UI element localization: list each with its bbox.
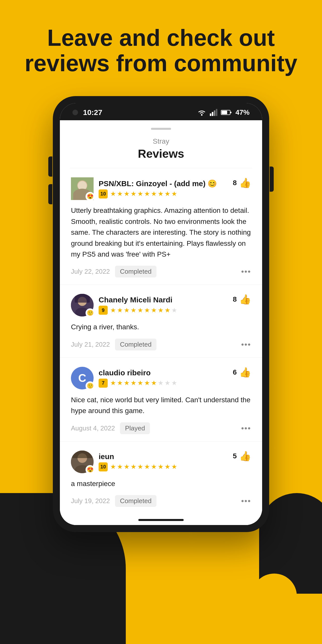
score-badge: 7 [99,379,108,388]
battery-percent: 47% [235,108,250,116]
rating-row: 10 ★ ★ ★ ★ ★ ★ ★ ★ [99,462,233,471]
home-bar [138,519,184,521]
rating-row: 10 ★ ★ ★ ★ ★ ★ ★ ★ [99,189,233,198]
review-text: Crying a river, thanks. [71,321,251,332]
reviewer-info: 😍 ieun 10 ★ ★ ★ ★ [71,451,233,473]
more-options-button[interactable]: ••• [241,267,251,276]
review-header: C 🙂 claudio ribeiro 7 ★ ★ [71,367,251,389]
review-footer: July 22, 2022 Completed ••• [71,266,251,277]
thumbs-up-icon: 👍 [239,367,251,378]
review-date: July 22, 2022 [71,268,110,275]
phone-screen: 10:27 [60,103,262,525]
svg-rect-3 [214,110,215,116]
review-text: a masterpiece [71,478,251,489]
review-date: August 4, 2022 [71,424,115,432]
like-button[interactable]: 5 👍 [233,451,251,462]
review-text: Utterly breathtaking graphics. Amazing a… [71,205,251,260]
like-count: 6 [233,368,237,376]
like-count: 8 [233,179,237,187]
like-button[interactable]: 6 👍 [233,367,251,378]
phone-frame: 10:27 [53,96,269,532]
reviewer-details: PSN/XBL: Ginzoyel - (add me) 😊 10 ★ ★ ★ … [99,179,233,198]
svg-rect-1 [210,113,211,116]
review-meta: July 19, 2022 Completed [71,495,156,507]
score-badge: 10 [99,189,108,198]
page-headline: Leave and check out reviews from communi… [0,0,322,91]
reviewer-details: ieun 10 ★ ★ ★ ★ ★ ★ [99,452,233,471]
reviewer-name: ieun [99,452,233,461]
like-count: 5 [233,452,237,460]
review-header: 😍 PSN/XBL: Ginzoyel - (add me) 😊 10 ★ ★ [71,177,251,200]
more-options-button[interactable]: ••• [241,496,251,506]
more-options-button[interactable]: ••• [241,340,251,349]
review-date: July 19, 2022 [71,497,110,505]
more-options-button[interactable]: ••• [241,424,251,433]
svg-point-0 [201,114,203,116]
reviewer-details: Chanely Miceli Nardi 9 ★ ★ ★ ★ ★ [99,296,233,315]
review-header: 🙂 Chanely Miceli Nardi 9 ★ ★ ★ [71,294,251,316]
score-badge: 9 [99,306,108,315]
review-card: C 🙂 claudio ribeiro 7 ★ ★ [60,358,262,441]
review-footer: August 4, 2022 Played ••• [71,422,251,434]
review-date: July 21, 2022 [71,341,110,348]
svg-rect-18 [72,451,92,458]
rating-row: 7 ★ ★ ★ ★ ★ ★ ★ ★ [99,379,233,388]
review-card: 😍 ieun 10 ★ ★ ★ ★ [60,441,262,514]
review-footer: July 19, 2022 Completed ••• [71,495,251,507]
like-button[interactable]: 8 👍 [233,177,251,188]
thumbs-up-icon: 👍 [239,294,251,305]
review-meta: August 4, 2022 Played [71,422,150,434]
reviewer-name: claudio ribeiro [99,369,233,377]
stars: ★ ★ ★ ★ ★ ★ ★ ★ ★ ★ [110,463,177,471]
avatar-wrapper: 🙂 [71,294,94,316]
user-badge: 😍 [86,465,95,474]
stars: ★ ★ ★ ★ ★ ★ ★ ★ ★ ★ [110,379,177,387]
status-tag: Played [120,422,150,434]
svg-point-11 [78,181,86,189]
reviewer-info: 😍 PSN/XBL: Ginzoyel - (add me) 😊 10 ★ ★ [71,177,233,200]
drag-handle [151,128,171,130]
avatar-wrapper: 😍 [71,451,94,473]
svg-rect-6 [230,112,231,113]
wifi-icon [197,109,206,116]
review-header: 😍 ieun 10 ★ ★ ★ ★ [71,451,251,473]
status-tag: Completed [115,495,157,507]
review-meta: July 22, 2022 Completed [71,266,156,277]
review-meta: July 21, 2022 Completed [71,339,156,350]
reviewer-name: Chanely Miceli Nardi [99,296,233,304]
bg-accent-circle [252,574,297,619]
avatar-wrapper: 😍 [71,177,94,200]
review-card: 😍 PSN/XBL: Ginzoyel - (add me) 😊 10 ★ ★ [60,168,262,285]
status-tag: Completed [115,266,157,277]
status-bar-left: 10:27 [72,108,102,117]
stars: ★ ★ ★ ★ ★ ★ ★ ★ ★ ★ [110,190,177,198]
review-text: Nice cat, nice world but very limited. C… [71,394,251,416]
svg-point-9 [77,180,87,190]
svg-rect-14 [75,294,90,303]
home-indicator [60,514,262,525]
status-icons: 47% [197,108,250,116]
reviewer-details: claudio ribeiro 7 ★ ★ ★ ★ ★ [99,369,233,388]
page-title: Reviews [60,147,262,160]
status-time: 10:27 [83,108,102,117]
thumbs-up-icon: 👍 [239,451,251,462]
like-button[interactable]: 8 👍 [233,294,251,305]
status-bar: 10:27 [60,103,262,120]
reviewer-info: 🙂 Chanely Miceli Nardi 9 ★ ★ ★ [71,294,233,316]
signal-icon [210,109,217,116]
avatar-wrapper: C 🙂 [71,367,94,389]
user-badge: 🙂 [86,381,95,390]
reviewer-info: C 🙂 claudio ribeiro 7 ★ ★ [71,367,233,389]
score-badge: 10 [99,462,108,471]
status-tag: Completed [115,339,157,350]
svg-rect-4 [216,109,217,116]
phone-mockup: 10:27 [53,96,269,532]
reviewer-name: PSN/XBL: Ginzoyel - (add me) 😊 [99,179,233,188]
stars: ★ ★ ★ ★ ★ ★ ★ ★ ★ ★ [110,306,177,314]
battery-icon [221,109,232,115]
page-subtitle: Stray [60,137,262,145]
camera-icon [72,110,78,115]
user-badge: 🙂 [86,308,95,317]
user-badge: 😍 [86,192,95,201]
like-count: 8 [233,295,237,303]
